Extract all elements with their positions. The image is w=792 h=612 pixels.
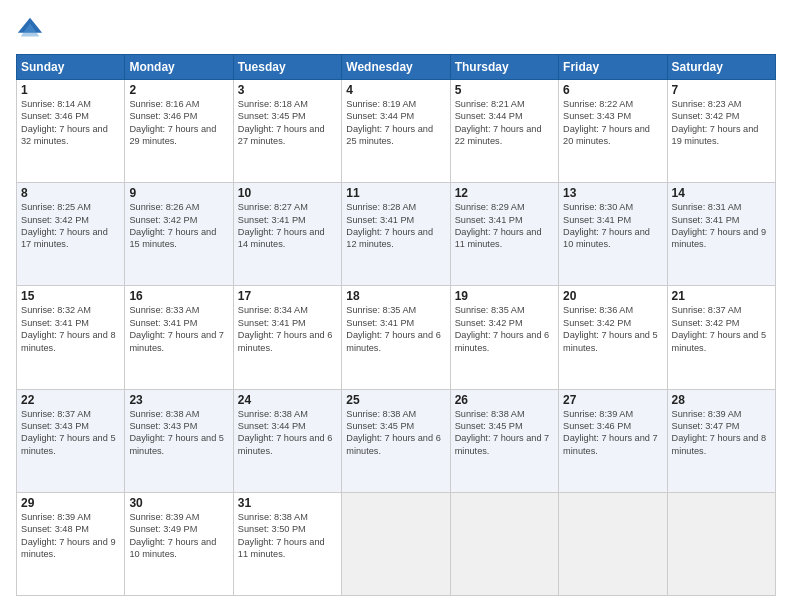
calendar-week-row: 29Sunrise: 8:39 AMSunset: 3:48 PMDayligh… — [17, 492, 776, 595]
cell-info: Sunrise: 8:38 AMSunset: 3:44 PMDaylight:… — [238, 408, 337, 458]
cell-info: Sunrise: 8:29 AMSunset: 3:41 PMDaylight:… — [455, 201, 554, 251]
calendar-cell: 12Sunrise: 8:29 AMSunset: 3:41 PMDayligh… — [450, 183, 558, 286]
calendar-cell: 3Sunrise: 8:18 AMSunset: 3:45 PMDaylight… — [233, 80, 341, 183]
cell-info: Sunrise: 8:34 AMSunset: 3:41 PMDaylight:… — [238, 304, 337, 354]
calendar-cell: 16Sunrise: 8:33 AMSunset: 3:41 PMDayligh… — [125, 286, 233, 389]
calendar-cell: 4Sunrise: 8:19 AMSunset: 3:44 PMDaylight… — [342, 80, 450, 183]
calendar-table: SundayMondayTuesdayWednesdayThursdayFrid… — [16, 54, 776, 596]
cell-info: Sunrise: 8:30 AMSunset: 3:41 PMDaylight:… — [563, 201, 662, 251]
day-number: 19 — [455, 289, 554, 303]
calendar-cell: 21Sunrise: 8:37 AMSunset: 3:42 PMDayligh… — [667, 286, 775, 389]
calendar-week-row: 22Sunrise: 8:37 AMSunset: 3:43 PMDayligh… — [17, 389, 776, 492]
day-number: 8 — [21, 186, 120, 200]
day-number: 24 — [238, 393, 337, 407]
cell-info: Sunrise: 8:26 AMSunset: 3:42 PMDaylight:… — [129, 201, 228, 251]
day-number: 7 — [672, 83, 771, 97]
day-number: 17 — [238, 289, 337, 303]
calendar-cell: 1Sunrise: 8:14 AMSunset: 3:46 PMDaylight… — [17, 80, 125, 183]
calendar-cell: 5Sunrise: 8:21 AMSunset: 3:44 PMDaylight… — [450, 80, 558, 183]
day-number: 15 — [21, 289, 120, 303]
calendar-week-row: 1Sunrise: 8:14 AMSunset: 3:46 PMDaylight… — [17, 80, 776, 183]
calendar-cell: 31Sunrise: 8:38 AMSunset: 3:50 PMDayligh… — [233, 492, 341, 595]
calendar-header-cell: Sunday — [17, 55, 125, 80]
cell-info: Sunrise: 8:38 AMSunset: 3:45 PMDaylight:… — [346, 408, 445, 458]
day-number: 13 — [563, 186, 662, 200]
calendar-cell: 23Sunrise: 8:38 AMSunset: 3:43 PMDayligh… — [125, 389, 233, 492]
cell-info: Sunrise: 8:38 AMSunset: 3:50 PMDaylight:… — [238, 511, 337, 561]
cell-info: Sunrise: 8:37 AMSunset: 3:43 PMDaylight:… — [21, 408, 120, 458]
calendar-header-row: SundayMondayTuesdayWednesdayThursdayFrid… — [17, 55, 776, 80]
cell-info: Sunrise: 8:38 AMSunset: 3:45 PMDaylight:… — [455, 408, 554, 458]
calendar-cell: 7Sunrise: 8:23 AMSunset: 3:42 PMDaylight… — [667, 80, 775, 183]
calendar-cell: 15Sunrise: 8:32 AMSunset: 3:41 PMDayligh… — [17, 286, 125, 389]
calendar-cell: 2Sunrise: 8:16 AMSunset: 3:46 PMDaylight… — [125, 80, 233, 183]
calendar-cell: 18Sunrise: 8:35 AMSunset: 3:41 PMDayligh… — [342, 286, 450, 389]
cell-info: Sunrise: 8:38 AMSunset: 3:43 PMDaylight:… — [129, 408, 228, 458]
calendar-body: 1Sunrise: 8:14 AMSunset: 3:46 PMDaylight… — [17, 80, 776, 596]
cell-info: Sunrise: 8:39 AMSunset: 3:46 PMDaylight:… — [563, 408, 662, 458]
calendar-cell — [342, 492, 450, 595]
cell-info: Sunrise: 8:39 AMSunset: 3:48 PMDaylight:… — [21, 511, 120, 561]
calendar-cell: 13Sunrise: 8:30 AMSunset: 3:41 PMDayligh… — [559, 183, 667, 286]
cell-info: Sunrise: 8:21 AMSunset: 3:44 PMDaylight:… — [455, 98, 554, 148]
calendar-week-row: 8Sunrise: 8:25 AMSunset: 3:42 PMDaylight… — [17, 183, 776, 286]
cell-info: Sunrise: 8:19 AMSunset: 3:44 PMDaylight:… — [346, 98, 445, 148]
calendar-cell: 26Sunrise: 8:38 AMSunset: 3:45 PMDayligh… — [450, 389, 558, 492]
calendar-header-cell: Saturday — [667, 55, 775, 80]
day-number: 11 — [346, 186, 445, 200]
calendar-week-row: 15Sunrise: 8:32 AMSunset: 3:41 PMDayligh… — [17, 286, 776, 389]
day-number: 30 — [129, 496, 228, 510]
cell-info: Sunrise: 8:18 AMSunset: 3:45 PMDaylight:… — [238, 98, 337, 148]
logo — [16, 16, 48, 44]
day-number: 31 — [238, 496, 337, 510]
calendar-cell: 29Sunrise: 8:39 AMSunset: 3:48 PMDayligh… — [17, 492, 125, 595]
cell-info: Sunrise: 8:35 AMSunset: 3:42 PMDaylight:… — [455, 304, 554, 354]
cell-info: Sunrise: 8:31 AMSunset: 3:41 PMDaylight:… — [672, 201, 771, 251]
calendar-header-cell: Friday — [559, 55, 667, 80]
calendar-header-cell: Monday — [125, 55, 233, 80]
calendar-cell — [450, 492, 558, 595]
day-number: 5 — [455, 83, 554, 97]
calendar-cell: 25Sunrise: 8:38 AMSunset: 3:45 PMDayligh… — [342, 389, 450, 492]
calendar-cell: 20Sunrise: 8:36 AMSunset: 3:42 PMDayligh… — [559, 286, 667, 389]
cell-info: Sunrise: 8:33 AMSunset: 3:41 PMDaylight:… — [129, 304, 228, 354]
calendar-cell: 22Sunrise: 8:37 AMSunset: 3:43 PMDayligh… — [17, 389, 125, 492]
calendar-cell: 8Sunrise: 8:25 AMSunset: 3:42 PMDaylight… — [17, 183, 125, 286]
logo-icon — [16, 16, 44, 44]
cell-info: Sunrise: 8:14 AMSunset: 3:46 PMDaylight:… — [21, 98, 120, 148]
day-number: 16 — [129, 289, 228, 303]
calendar-cell: 10Sunrise: 8:27 AMSunset: 3:41 PMDayligh… — [233, 183, 341, 286]
calendar-cell: 24Sunrise: 8:38 AMSunset: 3:44 PMDayligh… — [233, 389, 341, 492]
calendar-cell: 9Sunrise: 8:26 AMSunset: 3:42 PMDaylight… — [125, 183, 233, 286]
calendar-header-cell: Tuesday — [233, 55, 341, 80]
day-number: 1 — [21, 83, 120, 97]
day-number: 26 — [455, 393, 554, 407]
day-number: 21 — [672, 289, 771, 303]
day-number: 28 — [672, 393, 771, 407]
cell-info: Sunrise: 8:32 AMSunset: 3:41 PMDaylight:… — [21, 304, 120, 354]
day-number: 20 — [563, 289, 662, 303]
day-number: 25 — [346, 393, 445, 407]
cell-info: Sunrise: 8:28 AMSunset: 3:41 PMDaylight:… — [346, 201, 445, 251]
cell-info: Sunrise: 8:16 AMSunset: 3:46 PMDaylight:… — [129, 98, 228, 148]
calendar-cell: 14Sunrise: 8:31 AMSunset: 3:41 PMDayligh… — [667, 183, 775, 286]
day-number: 23 — [129, 393, 228, 407]
calendar-header-cell: Wednesday — [342, 55, 450, 80]
cell-info: Sunrise: 8:23 AMSunset: 3:42 PMDaylight:… — [672, 98, 771, 148]
day-number: 4 — [346, 83, 445, 97]
calendar-cell: 6Sunrise: 8:22 AMSunset: 3:43 PMDaylight… — [559, 80, 667, 183]
day-number: 12 — [455, 186, 554, 200]
day-number: 6 — [563, 83, 662, 97]
calendar-cell: 28Sunrise: 8:39 AMSunset: 3:47 PMDayligh… — [667, 389, 775, 492]
page: SundayMondayTuesdayWednesdayThursdayFrid… — [0, 0, 792, 612]
day-number: 2 — [129, 83, 228, 97]
calendar-cell: 19Sunrise: 8:35 AMSunset: 3:42 PMDayligh… — [450, 286, 558, 389]
calendar-cell: 30Sunrise: 8:39 AMSunset: 3:49 PMDayligh… — [125, 492, 233, 595]
cell-info: Sunrise: 8:37 AMSunset: 3:42 PMDaylight:… — [672, 304, 771, 354]
day-number: 18 — [346, 289, 445, 303]
day-number: 29 — [21, 496, 120, 510]
header — [16, 16, 776, 44]
calendar-cell: 11Sunrise: 8:28 AMSunset: 3:41 PMDayligh… — [342, 183, 450, 286]
day-number: 14 — [672, 186, 771, 200]
calendar-header-cell: Thursday — [450, 55, 558, 80]
